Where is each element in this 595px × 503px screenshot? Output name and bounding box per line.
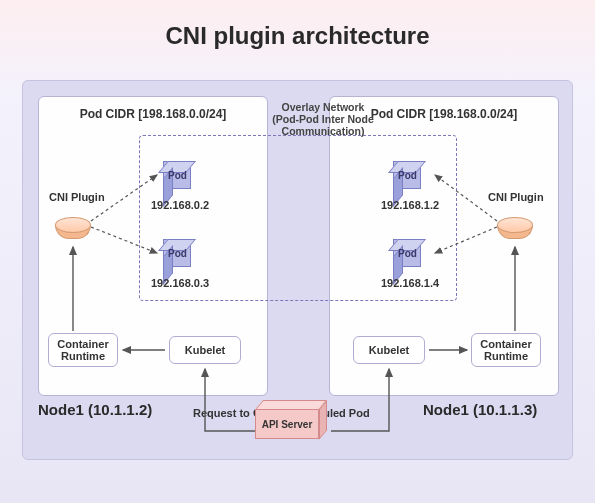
diagram-canvas: Pod CIDR [198.168.0.0/24] Pod CIDR [198.…	[22, 80, 573, 460]
pod-label: Pod	[168, 248, 187, 259]
container-runtime-box-right: Container Runtime	[471, 333, 541, 367]
router-icon-left	[55, 209, 91, 245]
node-name-right: Node1 (10.1.1.3)	[423, 401, 537, 418]
pod-label: Pod	[168, 170, 187, 181]
kubelet-box-left: Kubelet	[169, 336, 241, 364]
pod-label: Pod	[398, 170, 417, 181]
kubelet-box-right: Kubelet	[353, 336, 425, 364]
container-runtime-box-left: Container Runtime	[48, 333, 118, 367]
api-server-icon: API Server	[255, 409, 333, 447]
pod-label: Pod	[398, 248, 417, 259]
pod-ip: 192.168.0.3	[151, 277, 209, 289]
cni-plugin-label-left: CNI Plugin	[49, 191, 105, 203]
pod-ip: 192.168.0.2	[151, 199, 209, 211]
overlay-network-label: Overlay Network (Pod-Pod Inter Node Comm…	[271, 101, 375, 137]
page-title: CNI plugin architecture	[0, 0, 595, 50]
pod-ip: 192.168.1.4	[381, 277, 439, 289]
node-name-left: Node1 (10.1.1.2)	[38, 401, 152, 418]
pod-cidr-left: Pod CIDR [198.168.0.0/24]	[39, 97, 267, 121]
cni-plugin-label-right: CNI Plugin	[488, 191, 544, 203]
router-icon-right	[497, 209, 533, 245]
pod-ip: 192.168.1.2	[381, 199, 439, 211]
api-server-label: API Server	[255, 409, 319, 439]
